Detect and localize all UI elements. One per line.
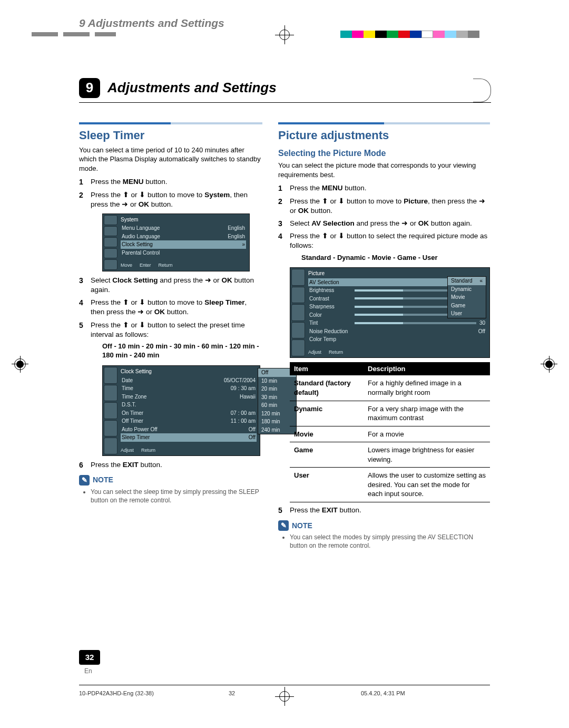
content-columns: Sleep Timer You can select a time period…	[79, 122, 490, 550]
step: Press the ⬆ or ⬇ button to move to Syste…	[79, 190, 262, 271]
osd-picture-screenshot: Picture AV SelectionStandard Brightness3…	[290, 267, 490, 358]
osd-row: Menu LanguageEnglish	[121, 224, 246, 232]
right-arrow-icon: ➜	[205, 276, 211, 284]
chapter-rule	[79, 102, 491, 103]
up-arrow-icon: ⬆	[322, 197, 328, 205]
section-rule	[79, 122, 262, 124]
note-icon: ✎	[79, 475, 90, 486]
osd-row: Audio LanguageEnglish	[121, 232, 246, 241]
registration-right-icon	[542, 357, 556, 372]
col-left: Sleep Timer You can select a time period…	[79, 122, 262, 550]
down-arrow-icon: ⬇	[139, 298, 145, 306]
picture-intro: You can select the picture mode that cor…	[278, 161, 490, 179]
osd-popup: Standard« Dynamic Movie Game User	[447, 276, 486, 318]
page: 9 Adjustments and Settings 9 Adjustments…	[0, 0, 569, 728]
up-arrow-icon: ⬆	[123, 321, 129, 329]
step: Press the ⬆ or ⬇ button to select the re…	[278, 231, 490, 502]
th-desc: Description	[364, 362, 490, 376]
registration-left-icon	[13, 357, 27, 372]
note-item: You can select the sleep time by simply …	[91, 488, 262, 504]
section-picture-adjustments: Picture adjustments	[278, 128, 490, 143]
down-arrow-icon: ⬇	[338, 197, 345, 205]
osd-clock-screenshot: Clock Setting Date05/OCT/2004 Time09 : 3…	[102, 365, 260, 456]
step: Press the ⬆ or ⬇ button to move to Pictu…	[278, 197, 490, 216]
chapter-head: 9 Adjustments and Settings	[79, 78, 490, 98]
note-heading: ✎ NOTE	[79, 475, 262, 486]
timer-options: Off - 10 min - 20 min - 30 min - 60 min …	[102, 342, 262, 360]
up-arrow-icon: ⬆	[123, 298, 129, 306]
registration-mark-icon	[277, 27, 292, 42]
chapter-number: 9	[79, 78, 100, 98]
osd-footer: Move Enter Return	[121, 262, 246, 268]
note-item: You can select the modes by simply press…	[290, 533, 490, 550]
note-icon: ✎	[278, 520, 289, 531]
osd-system-screenshot: System Menu LanguageEnglish Audio Langua…	[102, 213, 250, 271]
note-heading: ✎ NOTE	[278, 520, 490, 531]
section-sleep-timer: Sleep Timer	[79, 128, 262, 143]
up-arrow-icon: ⬆	[322, 232, 328, 240]
running-head: 9 Adjustments and Settings	[79, 16, 224, 31]
subsection-picture-mode: Selecting the Picture Mode	[278, 148, 490, 159]
note-list: You can select the sleep time by simply …	[86, 488, 262, 504]
chapter-cap-decor	[473, 79, 491, 102]
right-arrow-icon: ➜	[479, 197, 485, 205]
right-arrow-icon: ➜	[401, 219, 408, 227]
step: Press the MENU button.	[79, 177, 262, 187]
step: Press the EXIT button.	[278, 506, 490, 515]
registration-mark-bottom-icon	[277, 689, 292, 704]
osd-row-selected: Clock Setting»	[121, 240, 246, 249]
th-item: Item	[290, 362, 364, 376]
osd-title: Clock Setting	[121, 368, 257, 375]
mode-list: Standard - Dynamic - Movie - Game - User	[301, 253, 490, 263]
slug-file: 10-PDP42A3HD-Eng (32-38)	[79, 690, 208, 697]
page-number: 32	[79, 650, 100, 665]
col-right: Picture adjustments Selecting the Pictur…	[278, 122, 490, 550]
right-arrow-icon: ➜	[138, 308, 144, 316]
osd-row: Parental Control	[121, 249, 246, 257]
down-arrow-icon: ⬇	[338, 232, 345, 240]
step: Press the EXIT button.	[79, 460, 262, 470]
sleep-steps: Press the MENU button. Press the ⬆ or ⬇ …	[79, 177, 262, 470]
right-arrow-icon: ➜	[122, 200, 128, 208]
note-list: You can select the modes by simply press…	[286, 533, 490, 550]
down-arrow-icon: ⬇	[139, 321, 145, 329]
sleep-intro: You can select a time period of 10 to 24…	[79, 145, 262, 173]
step: Press the MENU button.	[278, 183, 490, 193]
up-arrow-icon: ⬆	[123, 191, 129, 199]
section-rule	[278, 122, 490, 124]
down-arrow-icon: ⬇	[139, 191, 145, 199]
step: Press the ⬆ or ⬇ button to select the pr…	[79, 321, 262, 456]
picture-mode-table: Item Description Standard (factory defau…	[290, 362, 490, 502]
chapter-title: Adjustments and Settings	[107, 79, 490, 97]
slug-page: 32	[208, 690, 256, 697]
osd-title: System	[121, 216, 246, 224]
step: Select Clock Setting and press the ➜ or …	[79, 276, 262, 295]
step: Select AV Selection and press the ➜ or O…	[278, 219, 490, 228]
page-number-lang: En	[84, 667, 92, 675]
step: Press the ⬆ or ⬇ button to move to Sleep…	[79, 298, 262, 317]
picture-steps: Press the MENU button. Press the ⬆ or ⬇ …	[278, 183, 490, 515]
